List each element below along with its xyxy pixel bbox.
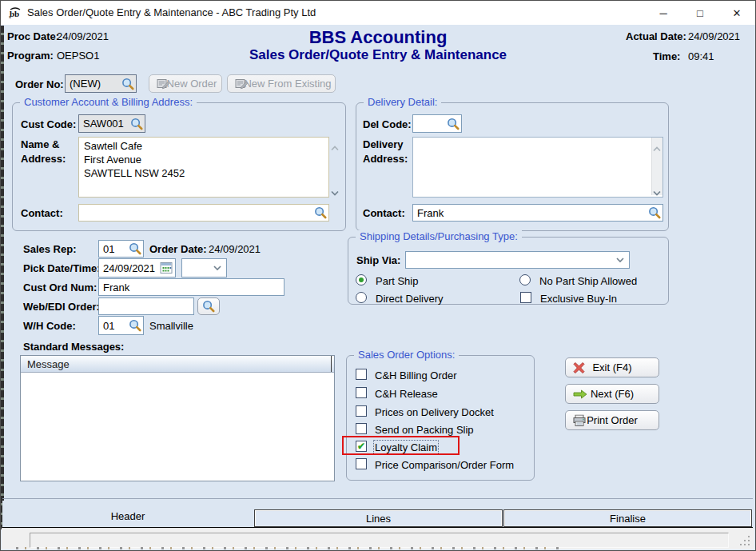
close-button[interactable]: ✕ [718, 1, 755, 25]
tab-finalise[interactable]: Finalise [503, 509, 752, 527]
warehouse-name: Smallville [149, 320, 193, 332]
part-ship-radio[interactable] [356, 274, 367, 285]
contact-label: Contact: [21, 207, 63, 219]
scroll-down-icon[interactable] [330, 186, 340, 192]
search-icon[interactable] [129, 319, 141, 332]
order-no-label: Order No: [15, 78, 64, 90]
search-icon[interactable] [314, 206, 327, 219]
pick-date-field[interactable]: 24/09/2021 [98, 258, 176, 277]
time-value: 09:41 [688, 50, 714, 62]
billing-contact-field[interactable] [78, 204, 329, 222]
search-icon [202, 300, 215, 313]
delivery-contact-label: Contact: [363, 207, 405, 219]
delivery-group: Delivery Detail: Del Code: Delivery Addr… [356, 102, 669, 231]
web-edi-search-button[interactable] [197, 297, 220, 315]
part-ship-label: Part Ship [376, 275, 418, 287]
new-order-label: New Order [167, 78, 217, 90]
new-order-button[interactable]: New Order [149, 74, 222, 93]
time-label: Time: [653, 50, 680, 62]
window-controls: ─ □ ✕ [645, 1, 755, 25]
search-icon[interactable] [121, 78, 134, 90]
scroll-down-icon[interactable] [652, 186, 662, 192]
customer-group-label: Customer Account & Billing Address: [20, 96, 197, 108]
scroll-up-icon[interactable] [652, 141, 662, 147]
status-panel [30, 533, 729, 548]
send-packing-slip-label: Send on Packing Slip [375, 424, 474, 436]
app-window: bbs Sales Order/Quote Entry & Maintenanc… [0, 0, 756, 551]
wh-code-value: 01 [103, 320, 114, 332]
new-from-existing-label: New From Existing [244, 78, 331, 90]
actual-date-label: Actual Date: [626, 30, 686, 42]
search-icon[interactable] [129, 242, 141, 255]
shipping-group-label: Shipping Details/Purchasing Type: [356, 230, 522, 242]
pick-time-combo[interactable] [181, 258, 227, 277]
cust-ord-num-field[interactable]: Frank [98, 278, 284, 296]
no-part-ship-label: No Part Ship Allowed [539, 275, 637, 287]
new-from-existing-button[interactable]: New From Existing [227, 74, 336, 93]
exit-button-label: Exit (F4) [592, 361, 631, 373]
standard-messages-label: Standard Messages: [23, 341, 124, 353]
screen-title: Sales Order/Quote Entry & Maintenance [1, 47, 755, 63]
ch-release-checkbox[interactable] [356, 387, 367, 398]
pick-date-value: 24/09/2021 [103, 262, 155, 274]
ch-billing-order-label: C&H Billing Order [375, 369, 457, 381]
maximize-button[interactable]: □ [682, 1, 718, 25]
print-order-button[interactable]: Print Order [565, 410, 659, 430]
svg-text:s: s [9, 14, 11, 19]
next-button[interactable]: Next (F6) [565, 384, 659, 404]
window-title: Sales Order/Quote Entry & Maintenance - … [27, 1, 316, 25]
ch-release-label: C&H Release [375, 388, 438, 400]
chevron-down-icon [213, 262, 222, 274]
resize-grip-icon[interactable] [740, 536, 751, 547]
sales-rep-value: 01 [103, 243, 114, 255]
direct-delivery-radio[interactable] [356, 292, 367, 303]
order-no-field[interactable]: (NEW) [65, 74, 137, 93]
actual-date-value: 24/09/2021 [688, 30, 740, 42]
customer-group: Customer Account & Billing Address: Cust… [12, 102, 346, 231]
ch-billing-order-checkbox[interactable] [356, 369, 367, 380]
web-edi-order-label: Web/EDI Order: [23, 301, 100, 313]
no-part-ship-radio[interactable] [519, 274, 531, 285]
ship-via-combo[interactable] [405, 251, 630, 269]
pick-date-time-label: Pick Date/Time: [23, 262, 101, 274]
new-document-icon [235, 78, 249, 90]
search-icon[interactable] [648, 206, 661, 219]
delivery-address-textarea[interactable] [412, 137, 663, 198]
name-address-textarea[interactable]: Sawtell Cafe First Avenue SAWTELL NSW 24… [78, 137, 329, 198]
exit-button[interactable]: Exit (F4) [565, 357, 659, 377]
calendar-icon[interactable] [160, 262, 173, 275]
send-packing-slip-checkbox[interactable] [356, 423, 367, 434]
tab-lines[interactable]: Lines [254, 509, 503, 527]
delivery-address-label-1: Delivery [363, 138, 404, 150]
prices-delivery-docket-checkbox[interactable] [356, 405, 367, 417]
wh-code-field[interactable]: 01 [98, 316, 144, 335]
sales-rep-field[interactable]: 01 [98, 240, 144, 258]
tab-header[interactable]: Header [2, 501, 253, 527]
del-code-label: Del Code: [363, 118, 412, 130]
exclusive-buyin-checkbox[interactable] [520, 292, 531, 303]
delivery-contact-field[interactable]: Frank [412, 204, 663, 222]
standard-messages-list[interactable]: Message [20, 355, 335, 481]
content-panel-bottom-border [2, 498, 753, 499]
scroll-up-icon[interactable] [330, 140, 340, 146]
price-comparison-label: Price Comparison/Order Form [375, 459, 514, 471]
del-code-field[interactable] [412, 114, 462, 133]
cust-code-label: Cust Code: [21, 118, 76, 130]
print-order-label: Print Order [587, 414, 638, 426]
minimize-button[interactable]: ─ [645, 1, 682, 25]
order-no-value: (NEW) [70, 78, 101, 90]
order-date-label: Order Date: [149, 243, 207, 255]
status-bar [2, 528, 754, 549]
delivery-group-label: Delivery Detail: [364, 96, 441, 108]
search-icon[interactable] [130, 118, 143, 130]
message-column-header[interactable]: Message [21, 356, 334, 373]
search-icon[interactable] [447, 118, 460, 130]
new-document-icon [157, 78, 170, 90]
cust-code-field[interactable]: SAW001 [78, 114, 145, 133]
cust-ord-num-label: Cust Ord Num: [23, 281, 97, 293]
price-comparison-checkbox[interactable] [356, 458, 367, 469]
web-edi-order-field[interactable] [98, 297, 194, 315]
next-arrow-icon [573, 389, 587, 399]
title-bar: bbs Sales Order/Quote Entry & Maintenanc… [1, 1, 755, 25]
delivery-address-scrollbar[interactable] [651, 138, 662, 195]
